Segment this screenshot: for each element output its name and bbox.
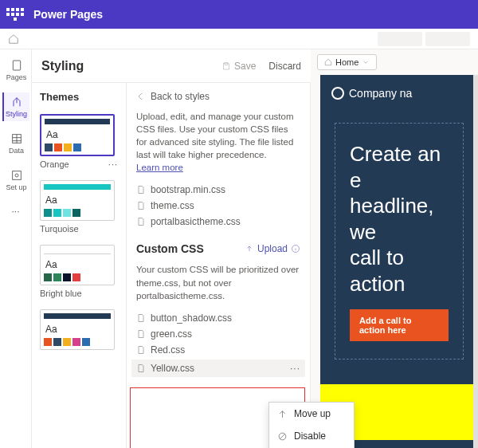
themes-column: Styling Save Discard Themes Aa (32, 49, 127, 448)
learn-more-link[interactable]: Learn more (136, 163, 183, 172)
home-icon[interactable] (8, 33, 19, 45)
nav-rail: Pages Styling Data Set up ··· (0, 49, 32, 448)
menu-move-up[interactable]: Move up (269, 403, 354, 425)
breadcrumb-home[interactable]: Home (317, 54, 377, 70)
hero-headline: Create an e headline, we call to action (350, 141, 449, 297)
hero-content[interactable]: Create an e headline, we call to action … (335, 123, 464, 360)
home-icon (324, 58, 332, 66)
column-header: Styling Save Discard (32, 49, 311, 83)
discard-label: Discard (268, 61, 301, 72)
theme-card[interactable]: Aa Turquoise (40, 180, 118, 234)
theme-name: Turquoise (40, 224, 79, 234)
discard-button[interactable]: Discard (268, 61, 301, 72)
css-file[interactable]: theme.css (136, 198, 300, 214)
themes-body: Themes Aa Orange··· Aa Turquois (32, 83, 126, 358)
logo-icon (331, 87, 344, 100)
rail-label: Data (9, 147, 24, 155)
rail-more[interactable]: ··· (11, 206, 19, 217)
theme-card[interactable]: Aa Orange··· (40, 114, 118, 169)
custom-desc: Your custom CSS will be prioritized over… (136, 263, 300, 301)
context-menu: Move up Disable Edit code (268, 402, 355, 448)
title-bar: Power Pages (0, 0, 478, 29)
main: Pages Styling Data Set up ··· Styling Sa… (0, 49, 478, 448)
rail-label: Pages (6, 73, 27, 81)
styles-body: Back to styles Upload, edit, and manage … (127, 83, 310, 385)
page-title: Styling (41, 59, 84, 73)
menu-label: Disable (294, 430, 326, 442)
svg-point-3 (15, 174, 18, 177)
app-title: Power Pages (33, 8, 103, 21)
back-label: Back to styles (151, 91, 210, 102)
theme-name: Bright blue (40, 289, 82, 298)
breadcrumb-label: Home (335, 57, 358, 67)
css-file[interactable]: bootstrap.min.css (136, 182, 300, 198)
rail-item-setup[interactable]: Set up (2, 166, 29, 195)
rail-item-styling[interactable]: Styling (2, 92, 29, 121)
rail-label: Set up (6, 183, 26, 191)
css-file[interactable]: portalbasictheme.css (136, 214, 300, 230)
rail-label: Styling (6, 110, 27, 118)
custom-css-label: Custom CSS (136, 242, 204, 255)
svg-rect-0 (13, 61, 20, 70)
save-button[interactable]: Save (221, 61, 256, 72)
custom-file-list: button_shadow.css green.css Red.css Yell… (136, 310, 300, 377)
description: Upload, edit, and manage your custom CSS… (136, 110, 300, 174)
chrome-bar (0, 29, 478, 49)
theme-card[interactable]: Aa Bright blue (40, 245, 118, 298)
css-file[interactable]: green.css (136, 326, 300, 342)
chevron-down-icon (362, 58, 370, 66)
rail-item-data[interactable]: Data (2, 129, 29, 158)
preview-pane: Home Company na Create an e headline, we… (311, 49, 478, 448)
save-label: Save (234, 61, 256, 72)
theme-name: Orange (40, 159, 69, 169)
ghost-button[interactable] (378, 32, 422, 46)
upload-label: Upload (257, 243, 288, 254)
css-file-selected[interactable]: Yellow.css ··· (131, 360, 305, 377)
styles-column: Back to styles Upload, edit, and manage … (127, 49, 310, 448)
company-name: Company na (349, 87, 412, 100)
upload-button[interactable]: Upload (245, 243, 300, 254)
menu-label: Move up (294, 408, 331, 419)
theme-more-icon[interactable]: ··· (108, 159, 118, 169)
svg-rect-4 (225, 63, 228, 65)
back-to-styles[interactable]: Back to styles (136, 91, 300, 102)
menu-disable[interactable]: Disable (269, 425, 354, 447)
svg-rect-2 (12, 171, 21, 180)
themes-label: Themes (40, 91, 118, 103)
rail-item-pages[interactable]: Pages (2, 56, 29, 84)
file-more-icon[interactable]: ··· (290, 363, 300, 374)
scrollbar[interactable] (473, 75, 478, 448)
info-icon[interactable] (291, 244, 300, 253)
site-nav: Company na (320, 75, 478, 112)
ghost-button[interactable] (425, 32, 470, 46)
theme-card[interactable]: Aa (40, 309, 118, 350)
css-file[interactable]: button_shadow.css (136, 310, 300, 326)
custom-css-header: Custom CSS Upload (136, 242, 300, 255)
app-launcher-icon[interactable] (6, 6, 24, 23)
editor-columns: Styling Save Discard Themes Aa (32, 49, 311, 448)
cta-button[interactable]: Add a call to action here (350, 309, 449, 341)
base-file-list: bootstrap.min.css theme.css portalbasict… (136, 182, 300, 230)
css-file[interactable]: Red.css (136, 342, 300, 358)
